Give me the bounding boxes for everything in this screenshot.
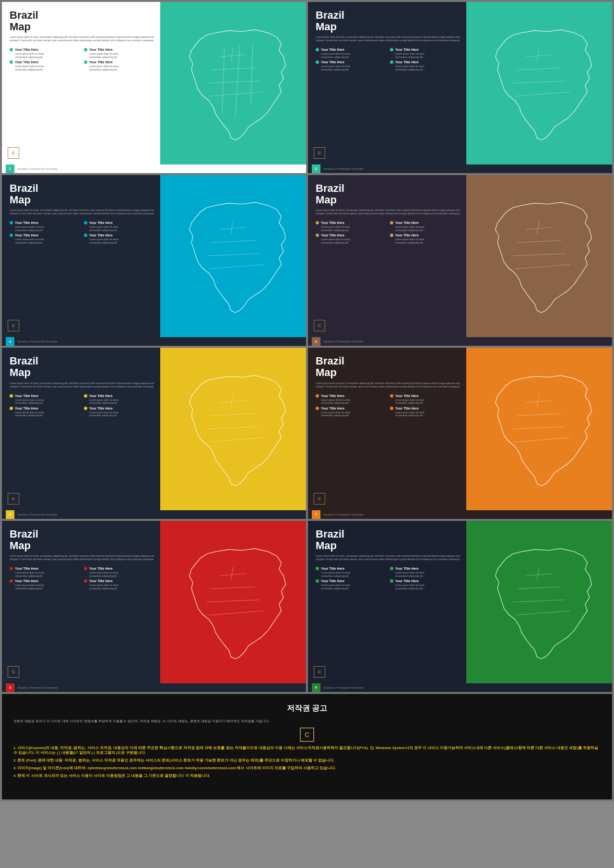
slide-4-title: BrazilMap xyxy=(316,183,460,206)
svg-line-41 xyxy=(513,599,566,602)
bullet-item: Your Title Here Lorem ipsum dolor sit am… xyxy=(316,394,386,405)
bullet-text: Lorem ipsum dolor sit amet,consectetur a… xyxy=(316,52,386,59)
bullet-title: Your Title Here xyxy=(89,567,113,570)
bullet-item: Your Title Here Lorem ipsum dolor sit am… xyxy=(390,221,460,232)
bullet-title: Your Title Here xyxy=(321,48,344,51)
bullet-title: Your Title Here xyxy=(395,60,419,64)
bullet-text: Lorem ipsum dolor sit amet,consectetur a… xyxy=(390,399,460,405)
slide-7-logo: C xyxy=(8,666,19,678)
slide-5: BrazilMap Lorem ipsum dolor sit amet, co… xyxy=(2,348,306,519)
bullet-item: Your Title Here Lorem ipsum dolor sit am… xyxy=(84,567,154,577)
bullet-title: Your Title Here xyxy=(15,394,38,398)
bullet-item: Your Title Here Lorem ipsum dolor sit am… xyxy=(316,407,386,417)
bullet-item: Your Title Here Lorem ipsum dolor sit am… xyxy=(316,567,386,577)
bullet-text: Lorem ipsum dolor sit amet,consectetur a… xyxy=(316,225,386,232)
svg-line-8 xyxy=(537,48,539,61)
bullet-item: Your Title Here Lorem ipsum dolor sit am… xyxy=(84,234,154,244)
svg-line-42 xyxy=(515,610,570,615)
slide-3-footer-num: 4 xyxy=(6,337,14,346)
bullet-title: Your Title Here xyxy=(395,579,419,583)
slide-8-footer-text: Vacation | Powerpoint Template xyxy=(323,686,364,689)
bullet-item: Your Title Here Lorem ipsum dolor sit am… xyxy=(10,407,80,417)
slide-4: BrazilMap Lorem ipsum dolor sit amet, co… xyxy=(308,175,612,346)
bullet-title: Your Title Here xyxy=(89,407,113,410)
bullet-title: Your Title Here xyxy=(395,221,419,224)
bullet-title: Your Title Here xyxy=(89,579,113,583)
slide-8-logo: C xyxy=(314,666,325,678)
slide-5-body: Lorem ipsum dolor sit amet, consectetur … xyxy=(10,382,154,388)
copyright-section-4: 4. 현재 이 사이트 개시되어 있는 서비스 이용이 사이트 이용방침은 그 … xyxy=(13,774,601,778)
bullet-item: Your Title Here Lorem ipsum dolor sit am… xyxy=(316,234,386,244)
bullet-title: Your Title Here xyxy=(321,221,344,224)
svg-line-32 xyxy=(515,438,570,442)
bullet-text: Lorem ipsum dolor sit amet,consectetur a… xyxy=(390,571,460,577)
svg-line-17 xyxy=(209,265,264,269)
copyright-heading-2: 2. 폰트 (Font) 권에 대한 내용: 저작권, 범위는, 서비스 저작권… xyxy=(13,758,601,763)
bullet-title: Your Title Here xyxy=(395,567,419,570)
svg-line-31 xyxy=(513,427,566,429)
slide-1-logo: C xyxy=(8,147,19,159)
bullet-text: Lorem ipsum dolor sit amet,consectetur a… xyxy=(316,65,386,71)
bullet-text: Lorem ipsum dolor sit amet,consectetur a… xyxy=(84,399,154,405)
slide-8: BrazilMap Lorem ipsum dolor sit amet, co… xyxy=(308,521,612,692)
slide-6-logo: C xyxy=(314,493,325,504)
svg-line-22 xyxy=(515,265,570,269)
svg-line-12 xyxy=(515,92,570,96)
svg-line-18 xyxy=(537,221,539,234)
c-logo: C xyxy=(300,727,314,742)
bullet-text: Lorem ipsum dolor sit amet,consectetur a… xyxy=(10,584,80,590)
slide-6-footer-num: 7 xyxy=(312,510,320,519)
bullet-item: Your Title Here Lorem ipsum dolor sit am… xyxy=(390,407,460,417)
bullet-item: Your Title Here Lorem ipsum dolor sit am… xyxy=(84,407,154,417)
bullet-item: Your Title Here Lorem ipsum dolor sit am… xyxy=(316,48,386,59)
svg-line-27 xyxy=(209,438,264,442)
svg-line-23 xyxy=(231,394,233,407)
slide-5-title: BrazilMap xyxy=(10,355,154,378)
copyright-slide: 저작권 공고 컨텐츠 세팅은 유저가 이 사이트 내에 사이트의 컨텐츠를 부당… xyxy=(2,694,612,799)
bullet-item: Your Title Here Lorem ipsum dolor sit am… xyxy=(390,394,460,405)
bullet-item: Your Title Here Lorem ipsum dolor sit am… xyxy=(316,579,386,590)
svg-line-7 xyxy=(250,44,253,105)
bullet-item: Your Title Here Lorem ipsum dolor sit am… xyxy=(390,60,460,71)
slide-2-footer-num: 2 xyxy=(312,164,320,173)
bullet-title: Your Title Here xyxy=(89,234,113,237)
bullet-item: Your Title Here Lorem ipsum dolor sit am… xyxy=(316,221,386,232)
copyright-heading-4: 4. 현재 이 사이트 개시되어 있는 서비스 이용이 사이트 이용방침은 그 … xyxy=(13,774,601,778)
slide-6-footer-text: Vacation | Powerpoint Template xyxy=(323,513,364,516)
slide-5-logo: C xyxy=(8,493,19,504)
svg-line-33 xyxy=(231,567,233,580)
svg-line-4 xyxy=(209,92,264,96)
bullet-item: Your Title Here Lorem ipsum dolor sit am… xyxy=(390,234,460,244)
slide-3-title: BrazilMap xyxy=(10,183,154,206)
svg-line-11 xyxy=(513,81,566,83)
bullet-item: Your Title Here Lorem ipsum dolor sit am… xyxy=(10,394,80,405)
slide-2-logo: C xyxy=(314,147,325,159)
slide-7-body: Lorem ipsum dolor sit amet, consectetur … xyxy=(10,554,154,561)
svg-line-19 xyxy=(526,227,552,230)
bullet-title: Your Title Here xyxy=(321,234,344,237)
svg-line-13 xyxy=(231,221,233,234)
bullet-title: Your Title Here xyxy=(15,579,38,583)
svg-line-9 xyxy=(526,55,552,57)
bullet-text: Lorem ipsum dolor sit amet,consectetur a… xyxy=(84,238,154,244)
slide-4-footer-num: 5 xyxy=(312,337,320,346)
bullet-item: Your Title Here Lorem ipsum dolor sit am… xyxy=(84,221,154,232)
bullet-item: Your Title Here Lorem ipsum dolor sit am… xyxy=(84,60,154,71)
bullet-text: Lorem ipsum dolor sit amet,consectetur a… xyxy=(390,411,460,417)
slide-3-footer-text: Vacation | Powerpoint Template xyxy=(17,340,58,343)
bullet-item: Your Title Here Lorem ipsum dolor sit am… xyxy=(10,48,80,59)
bullet-item: Your Title Here Lorem ipsum dolor sit am… xyxy=(10,60,80,71)
bullet-text: Lorem ipsum dolor sit amet,consectetur a… xyxy=(316,399,386,405)
bullet-item: Your Title Here Lorem ipsum dolor sit am… xyxy=(390,567,460,577)
bullet-title: Your Title Here xyxy=(321,579,344,583)
copyright-heading-1: 1. 서비스[Keynote]의 내용, 저작권, 범위는, 서비스 저작권, … xyxy=(13,746,601,755)
bullet-text: Lorem ipsum dolor sit amet,consectetur a… xyxy=(390,52,460,59)
copyright-section-2: 2. 폰트 (Font) 권에 대한 내용: 저작권, 범위는, 서비스 저작권… xyxy=(13,758,601,763)
svg-line-40 xyxy=(517,586,561,589)
slide-1-title: BrazilMap xyxy=(10,10,154,33)
bullet-title: Your Title Here xyxy=(321,394,344,398)
slide-8-body: Lorem ipsum dolor sit amet, consectetur … xyxy=(316,554,460,561)
slide-7-title: BrazilMap xyxy=(10,528,154,551)
bullet-text: Lorem ipsum dolor sit amet,consectetur a… xyxy=(10,571,80,577)
bullet-item: Your Title Here Lorem ipsum dolor sit am… xyxy=(10,221,80,232)
